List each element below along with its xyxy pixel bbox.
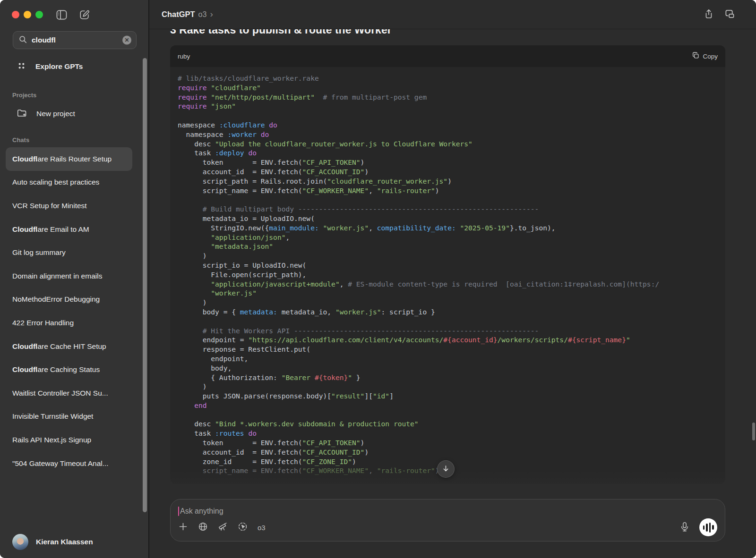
projects-section-label: Projects	[0, 77, 142, 102]
microphone-icon	[680, 526, 689, 533]
app-window: cloudfl ✕ Explore GPTs Projects	[0, 0, 756, 558]
plus-icon	[178, 526, 188, 533]
traffic-lights	[12, 11, 43, 18]
new-chat-button[interactable]	[79, 9, 90, 20]
input-placeholder: Ask anything	[180, 507, 223, 516]
agent-mode-button[interactable]	[238, 522, 248, 533]
chat-list-item[interactable]: Git log summary	[6, 241, 132, 264]
open-companion-window-button[interactable]	[724, 8, 735, 21]
compose-pencil-icon	[79, 9, 90, 20]
code-language-label: ruby	[178, 53, 190, 60]
dictate-button[interactable]	[680, 522, 689, 533]
new-project-label: New project	[36, 110, 75, 118]
share-icon	[704, 14, 714, 21]
chat-list-item[interactable]: Domain alignment in emails	[6, 264, 132, 288]
model-name: o3	[198, 10, 207, 19]
chat-list-item[interactable]: NoMethodError Debugging	[6, 288, 132, 312]
chevron-right-icon: ›	[210, 9, 213, 18]
chat-list-item[interactable]: 422 Error Handling	[6, 311, 132, 335]
web-search-button[interactable]	[198, 522, 208, 533]
user-profile-row[interactable]: Kieran Klaassen	[0, 526, 148, 558]
chat-list-item[interactable]: Rails API Next.js Signup	[6, 428, 132, 452]
composer-toolbar: o3	[178, 518, 717, 536]
chat-list: Cloudflare Rails Router SetupAuto scalin…	[0, 147, 142, 475]
clear-search-button[interactable]: ✕	[122, 36, 131, 45]
main-scrollbar[interactable]	[752, 423, 755, 440]
globe-icon	[198, 526, 208, 533]
code-block: ruby Copy # lib/tasks/cloudflare_work	[170, 45, 725, 484]
telescope-icon	[218, 526, 228, 533]
composer-model-chip[interactable]: o3	[258, 524, 266, 532]
search-icon	[19, 35, 27, 45]
sidebar-item-new-project[interactable]: New project	[0, 102, 142, 125]
text-caret	[178, 507, 179, 516]
zoom-window-button[interactable]	[35, 11, 43, 18]
deep-research-button[interactable]	[218, 522, 228, 533]
sidebar-scrollbar[interactable]	[143, 58, 147, 512]
arrow-down-icon	[442, 465, 450, 474]
cursor-dashed-circle-icon	[238, 526, 248, 533]
avatar	[12, 534, 28, 550]
close-window-button[interactable]	[12, 11, 19, 18]
chat-list-item[interactable]: Cloudflare Email to AM	[6, 218, 132, 241]
explore-gpts-label: Explore GPTs	[35, 62, 83, 71]
attach-button[interactable]	[178, 522, 188, 533]
message-input[interactable]: Ask anything	[178, 506, 717, 517]
chat-list-item[interactable]: Cloudflare Caching Status	[6, 358, 132, 381]
folder-plus-icon	[17, 109, 27, 119]
chats-section-label: Chats	[0, 125, 142, 147]
waveform-icon	[703, 523, 714, 533]
search-query-text: cloudfl	[32, 36, 56, 44]
voice-mode-button[interactable]	[699, 518, 717, 536]
composer[interactable]: Ask anything	[170, 499, 725, 541]
chat-list-item[interactable]: Cloudflare Rails Router Setup	[6, 147, 132, 171]
app-title: ChatGPT	[162, 10, 195, 19]
chat-list-item[interactable]: VCR Setup for Minitest	[6, 194, 132, 218]
sidebar-top-bar	[0, 0, 148, 29]
scroll-to-bottom-button[interactable]	[437, 460, 455, 478]
main-header: ChatGPT o3 ›	[149, 0, 756, 29]
sidebar-panel-icon	[56, 10, 67, 20]
code-block-header: ruby Copy	[170, 45, 725, 67]
chat-list-item[interactable]: Invisible Turnstile Widget	[6, 405, 132, 429]
model-switcher[interactable]: ChatGPT o3 ›	[162, 10, 213, 19]
chat-list-item[interactable]: Auto scaling best practices	[6, 171, 132, 194]
chat-list-item[interactable]: "504 Gateway Timeout Anal...	[6, 452, 132, 475]
main-area: ChatGPT o3 ›	[149, 0, 756, 558]
sidebar-item-explore-gpts[interactable]: Explore GPTs	[0, 56, 142, 77]
minimize-window-button[interactable]	[24, 11, 31, 18]
copy-code-button[interactable]: Copy	[692, 52, 718, 60]
sidebar-nav: Explore GPTs Projects New project Chats …	[0, 56, 142, 525]
toggle-sidebar-button[interactable]	[56, 9, 67, 20]
grid-dots-icon	[17, 61, 26, 72]
copy-label: Copy	[703, 53, 718, 60]
overlap-windows-icon	[724, 13, 735, 20]
sidebar: cloudfl ✕ Explore GPTs Projects	[0, 0, 149, 558]
copy-icon	[692, 52, 699, 60]
composer-zone: Ask anything	[149, 499, 756, 558]
search-input[interactable]: cloudfl ✕	[13, 31, 137, 49]
code-content: # lib/tasks/cloudflare_worker.rakerequir…	[170, 67, 725, 484]
chat-list-item[interactable]: Cloudflare Cache HIT Setup	[6, 335, 132, 358]
message-heading: 3 Rake tasks to publish & route the Work…	[170, 29, 725, 37]
user-name: Kieran Klaassen	[36, 538, 93, 546]
conversation-scroll-area[interactable]: 3 Rake tasks to publish & route the Work…	[149, 29, 756, 499]
share-button[interactable]	[704, 8, 714, 21]
chat-list-item[interactable]: Waitlist Controller JSON Su...	[6, 381, 132, 405]
